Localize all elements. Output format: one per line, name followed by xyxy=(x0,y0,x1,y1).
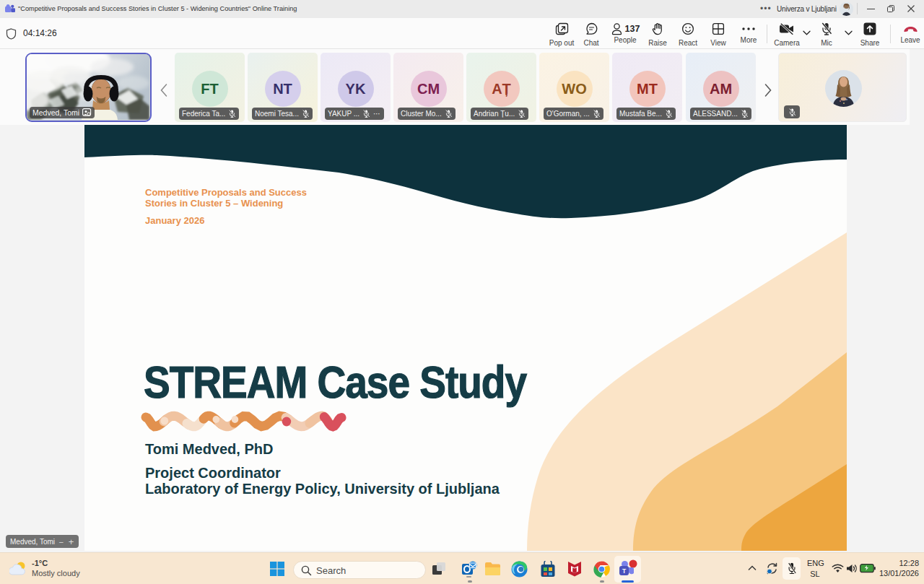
svg-text:T: T xyxy=(622,567,627,575)
